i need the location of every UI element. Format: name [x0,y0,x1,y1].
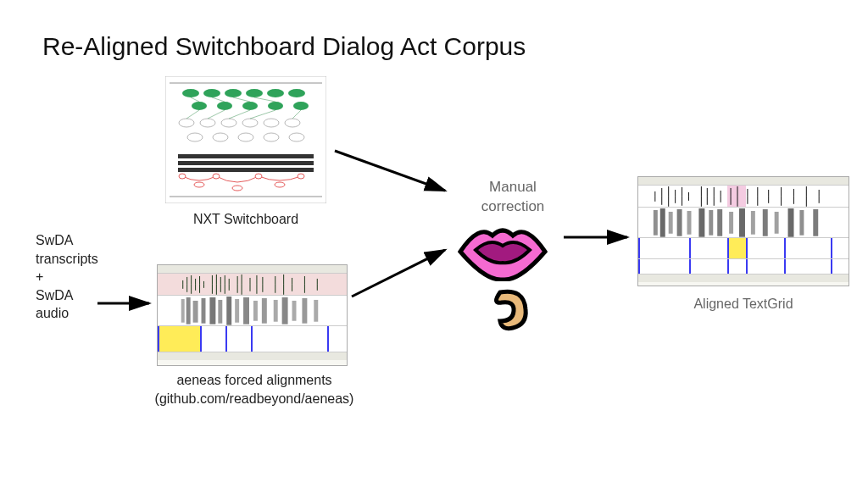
svg-point-9 [217,102,232,110]
svg-point-15 [221,119,236,127]
svg-rect-144 [687,211,692,235]
svg-rect-98 [282,297,288,324]
svg-rect-91 [218,300,222,324]
svg-point-17 [264,119,279,127]
svg-point-8 [192,102,207,110]
slide-title: Re-Aligned Switchboard Dialog Act Corpus [42,32,526,61]
svg-point-11 [268,102,283,110]
svg-point-22 [264,133,279,141]
svg-rect-90 [209,297,215,324]
svg-rect-142 [669,212,673,234]
svg-point-14 [200,119,215,127]
svg-point-37 [213,174,220,179]
svg-point-2 [182,89,199,97]
svg-point-5 [246,89,263,97]
svg-point-21 [238,133,253,141]
svg-point-40 [194,182,204,187]
svg-rect-153 [788,208,794,237]
svg-rect-143 [677,209,682,236]
svg-point-7 [288,89,305,97]
svg-rect-140 [654,210,658,236]
svg-rect-152 [775,212,779,234]
svg-rect-146 [709,210,713,236]
svg-point-36 [179,174,186,179]
svg-rect-101 [314,300,318,322]
svg-point-18 [285,119,300,127]
svg-point-20 [213,133,228,141]
svg-rect-100 [302,298,307,324]
svg-rect-88 [193,301,198,323]
svg-rect-95 [253,301,258,321]
nxt-label: NXT Switchboard [165,210,326,229]
svg-point-39 [298,174,304,179]
svg-point-23 [289,133,304,141]
svg-rect-151 [763,209,768,236]
svg-point-10 [242,102,258,110]
lips-icon [452,222,554,281]
svg-rect-93 [235,299,239,323]
manual-correction-label: Manual correction [458,178,568,217]
svg-rect-154 [799,210,804,236]
svg-rect-94 [243,297,249,324]
svg-rect-34 [178,161,314,165]
svg-point-16 [242,119,258,127]
svg-rect-145 [698,208,704,237]
svg-line-158 [352,250,445,297]
svg-line-157 [335,151,445,191]
svg-point-12 [293,102,309,110]
svg-rect-96 [262,298,267,324]
svg-point-38 [255,174,262,179]
svg-rect-155 [813,209,818,236]
svg-point-41 [232,186,242,191]
svg-point-42 [275,182,285,187]
svg-rect-149 [739,208,745,237]
ear-icon [483,284,534,335]
aeneas-figure [157,264,348,366]
aeneas-label-2: (github.com/readbeyond/aeneas) [136,390,373,408]
svg-rect-97 [274,300,278,322]
nxt-switchboard-figure [165,76,326,203]
aeneas-label-1: aeneas forced alignments [136,371,373,390]
svg-rect-89 [202,298,206,324]
swda-input-label: SwDA transcripts + SwDA audio [36,231,129,323]
svg-point-13 [179,119,194,127]
aligned-label: Aligned TextGrid [637,295,849,313]
svg-rect-87 [186,297,191,324]
svg-rect-35 [178,168,314,172]
svg-point-3 [203,89,220,97]
svg-rect-92 [226,297,231,325]
svg-rect-33 [178,154,314,158]
svg-point-19 [187,133,203,141]
svg-point-4 [225,89,242,97]
svg-rect-86 [181,299,185,323]
svg-rect-148 [729,212,733,234]
svg-point-6 [267,89,284,97]
svg-rect-141 [660,208,665,237]
svg-rect-99 [292,301,297,321]
svg-rect-147 [717,209,722,236]
aligned-textgrid-figure [637,176,849,286]
svg-rect-150 [751,211,755,235]
